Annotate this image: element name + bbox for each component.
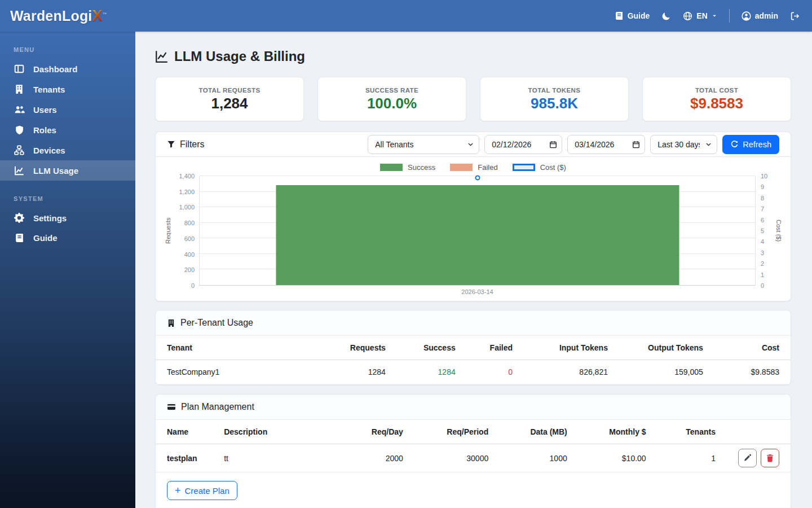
sidebar-item-label: Devices: [33, 146, 65, 155]
tenant-usage-row: TestCompany1 1284 1284 0 826,821 159,005…: [156, 360, 791, 384]
brand-logo[interactable]: WardenLogiX™: [0, 7, 135, 25]
funnel-icon: [167, 140, 175, 148]
col-cost: Cost: [714, 336, 791, 360]
right-axis-tick: 10: [761, 173, 767, 179]
col-req-day: Req/Day: [332, 420, 414, 444]
refresh-button[interactable]: Refresh: [722, 135, 779, 154]
col-description: Description: [213, 420, 332, 444]
stat-total-cost: TOTAL COST $9.8583: [642, 77, 791, 121]
page-title: LLM Usage & Billing: [155, 49, 791, 64]
brand-accent: X: [92, 7, 103, 24]
stats-row: TOTAL REQUESTS 1,284 SUCCESS RATE 100.0%…: [155, 77, 791, 121]
x-axis-label: 2026-03-14: [191, 288, 764, 295]
section-title: Plan Management: [181, 402, 254, 412]
sidebar-item-label: Settings: [33, 213, 67, 223]
stat-value: 1,284: [211, 95, 248, 112]
col-monthly: Monthly $: [579, 420, 657, 444]
logout-icon: [790, 11, 800, 21]
nav-divider: [729, 9, 730, 23]
left-axis-tick: 1,400: [179, 173, 195, 179]
date-range-select[interactable]: Last 30 days: [650, 135, 717, 154]
col-requests: Requests: [321, 336, 397, 360]
right-axis-tick: 7: [761, 206, 764, 212]
legend-item-success[interactable]: Success: [380, 163, 435, 172]
user-name-label: admin: [755, 11, 778, 20]
cell-input-tokens: 826,821: [524, 360, 619, 384]
legend-label: Cost ($): [540, 163, 566, 172]
stat-total-requests: TOTAL REQUESTS 1,284: [155, 77, 304, 121]
language-dropdown[interactable]: EN: [683, 11, 717, 21]
cell-monthly: $10.00: [579, 444, 657, 472]
chart-plot-area: [199, 176, 756, 286]
plan-management-section: Plan Management Name Description Req/Day…: [155, 394, 791, 508]
sidebar-item-settings[interactable]: Settings: [0, 208, 135, 228]
theme-toggle-button[interactable]: [661, 11, 671, 21]
sidebar-item-guide[interactable]: Guide: [0, 228, 135, 248]
page-title-text: LLM Usage & Billing: [174, 49, 305, 64]
sidebar-item-devices[interactable]: Devices: [0, 140, 135, 160]
right-axis-tick: 2: [761, 261, 764, 267]
cell-cost: $9.8583: [714, 360, 791, 384]
network-diagram-icon: [14, 145, 25, 155]
right-axis-tick: 0: [761, 283, 764, 289]
cell-plan-description: tt: [213, 444, 332, 472]
legend-item-cost-[interactable]: Cost ($): [513, 163, 566, 172]
legend-item-failed[interactable]: Failed: [450, 163, 497, 172]
col-output-tokens: Output Tokens: [619, 336, 714, 360]
book-icon: [14, 233, 25, 243]
sidebar-item-label: Users: [33, 105, 57, 115]
stat-value: 985.8K: [531, 95, 578, 112]
tenant-filter-select[interactable]: All Tenants: [368, 135, 479, 154]
cell-success: 1284: [397, 360, 467, 384]
trash-icon: [766, 454, 774, 462]
stat-success-rate: SUCCESS RATE 100.0%: [317, 77, 466, 121]
left-axis-title: Requests: [164, 176, 172, 286]
sidebar-item-llm-usage[interactable]: LLM Usage: [0, 160, 135, 181]
caret-down-icon: [712, 13, 717, 19]
legend-label: Success: [408, 163, 435, 172]
sidebar-item-roles[interactable]: Roles: [0, 120, 135, 140]
people-icon: [14, 104, 25, 115]
logout-button[interactable]: [790, 11, 800, 21]
stat-value: $9.8583: [690, 95, 743, 112]
line-chart-icon: [14, 165, 25, 176]
sidebar-item-dashboard[interactable]: Dashboard: [0, 59, 135, 79]
nav-guide-link[interactable]: Guide: [615, 11, 650, 20]
edit-plan-button[interactable]: [738, 449, 757, 467]
brand-trademark: ™: [103, 11, 107, 16]
right-axis-tick: 9: [761, 184, 764, 190]
person-circle-icon: [742, 11, 751, 21]
right-axis-tick: 3: [761, 249, 764, 256]
stat-label: SUCCESS RATE: [365, 87, 418, 94]
cell-req-day: 2000: [332, 444, 414, 472]
book-icon: [615, 11, 624, 20]
right-axis-tick: 8: [761, 195, 764, 201]
refresh-icon: [730, 140, 739, 148]
create-plan-button[interactable]: + Create Plan: [167, 481, 237, 500]
calendar-icon[interactable]: [549, 141, 557, 148]
stat-label: TOTAL REQUESTS: [198, 87, 260, 94]
right-axis-tick: 5: [761, 228, 764, 234]
refresh-label: Refresh: [743, 140, 771, 149]
legend-swatch: [380, 164, 403, 171]
per-tenant-usage-header: Per-Tenant Usage: [156, 310, 791, 336]
graph-up-icon: [155, 50, 169, 63]
sidebar-item-label: Tenants: [33, 85, 65, 94]
left-axis-tick: 800: [184, 220, 195, 226]
left-axis-tick: 200: [184, 267, 195, 273]
cell-data-mb: 1000: [500, 444, 579, 472]
col-actions: [727, 420, 791, 444]
sidebar-item-tenants[interactable]: Tenants: [0, 79, 135, 99]
user-menu[interactable]: admin: [742, 11, 778, 21]
filters-title: Filters: [167, 139, 205, 150]
right-axis-tick: 1: [761, 271, 764, 278]
credit-card-icon: [167, 402, 176, 411]
section-title: Per-Tenant Usage: [180, 318, 253, 328]
delete-plan-button[interactable]: [761, 449, 779, 467]
left-axis-tick: 400: [184, 251, 195, 257]
chart-x-axis-labels: 2026-03-14: [191, 288, 764, 295]
calendar-icon[interactable]: [632, 141, 640, 148]
top-navbar: WardenLogiX™ Guide EN ad: [0, 0, 812, 32]
sidebar-item-users[interactable]: Users: [0, 99, 135, 120]
cell-tenant: TestCompany1: [156, 360, 321, 384]
